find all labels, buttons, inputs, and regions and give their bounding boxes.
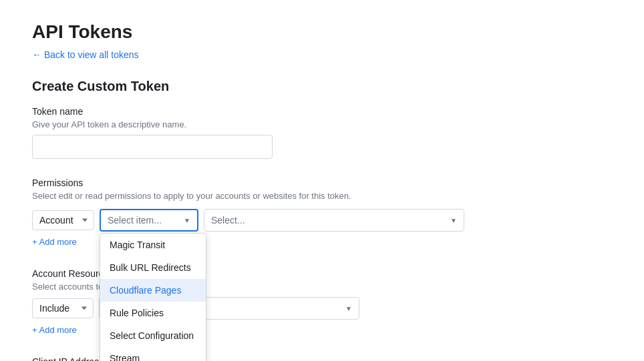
permission-select-trigger[interactable]: Select... ▼ — [204, 209, 464, 232]
permissions-desc: Select edit or read permissions to apply… — [32, 191, 612, 201]
permissions-row: Account Zone User Select item... ▼ Magic… — [32, 209, 612, 232]
permission-select-wrapper[interactable]: Select... ▼ — [204, 209, 464, 232]
include-select[interactable]: Include Exclude — [32, 298, 94, 318]
dropdown-item-bulk-url-redirects[interactable]: Bulk URL Redirects — [100, 256, 206, 279]
item-select-chevron-icon: ▼ — [184, 217, 190, 224]
resources-add-more[interactable]: + Add more — [32, 325, 77, 335]
item-select-trigger[interactable]: Select item... ▼ — [100, 209, 198, 232]
scope-select-wrapper: Account Zone User — [32, 210, 94, 230]
permission-select-chevron-icon: ▼ — [450, 217, 457, 224]
page-title: API Tokens — [32, 21, 612, 43]
back-link[interactable]: ← Back to view all tokens — [32, 49, 139, 60]
section-title: Create Custom Token — [32, 79, 612, 94]
scope-select[interactable]: Account Zone User — [32, 210, 94, 230]
token-name-field: Token name Give your API token a descrip… — [32, 106, 612, 159]
token-name-label: Token name — [32, 106, 612, 117]
permissions-section: Permissions Select edit or read permissi… — [32, 177, 612, 247]
token-name-input[interactable] — [32, 135, 273, 159]
item-select-wrapper[interactable]: Select item... ▼ Magic Transit Bulk URL … — [100, 209, 198, 232]
item-select-placeholder: Select item... — [108, 215, 162, 226]
item-dropdown-menu: Magic Transit Bulk URL Redirects Cloudfl… — [100, 233, 206, 361]
dropdown-item-magic-transit[interactable]: Magic Transit — [100, 234, 206, 256]
permission-select-placeholder: Select... — [211, 215, 245, 226]
dropdown-item-select-configuration[interactable]: Select Configuration — [100, 324, 206, 347]
dropdown-item-stream[interactable]: Stream — [100, 347, 206, 361]
include-select-wrapper: Include Exclude — [32, 298, 94, 318]
dropdown-item-rule-policies[interactable]: Rule Policies — [100, 302, 206, 324]
permissions-add-more[interactable]: + Add more — [32, 237, 77, 247]
token-name-hint: Give your API token a descriptive name. — [32, 119, 612, 129]
permissions-label: Permissions — [32, 177, 612, 188]
dropdown-item-cloudflare-pages[interactable]: Cloudflare Pages — [100, 279, 206, 302]
account-dropdown-chevron-icon: ▼ — [345, 305, 352, 312]
